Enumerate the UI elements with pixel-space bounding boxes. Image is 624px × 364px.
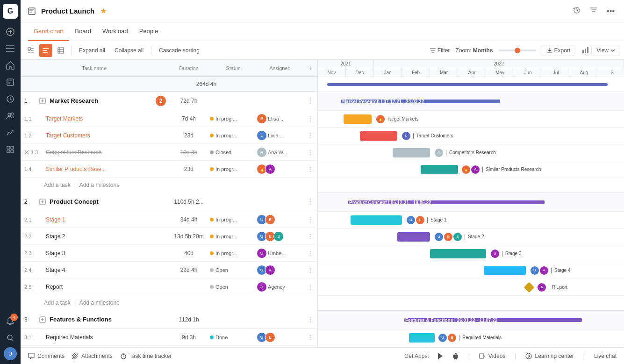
gantt-bar-2-2 [397, 232, 430, 242]
task-name-1-1[interactable]: Target Markets [46, 115, 168, 122]
table-view-button[interactable] [54, 44, 67, 57]
gantt-bar-1-1 [344, 114, 372, 124]
add-milestone-link-1[interactable]: Add a milestone [79, 182, 120, 188]
task-menu-1-1[interactable]: ⋮ [303, 115, 317, 122]
task-duration-1-3: 19d 3h [168, 149, 210, 156]
task-menu-1-2[interactable]: ⋮ [303, 132, 317, 139]
task-status-2-5: Open [210, 284, 257, 290]
task-assigned-1-4: 🔥 A [257, 164, 303, 174]
task-name-2-2[interactable]: Stage 2 [46, 233, 168, 240]
app-logo[interactable]: G [3, 4, 18, 19]
export-button[interactable]: Export [542, 45, 576, 56]
task-menu-1-3[interactable]: ⋮ [303, 149, 317, 156]
task-name-2-5[interactable]: Report [46, 284, 168, 290]
learning-center-button[interactable]: Learning center [525, 353, 574, 359]
tab-gantt[interactable]: Gantt chart [28, 22, 69, 41]
attachments-button[interactable]: Attachments [72, 353, 113, 359]
more-options-button[interactable]: ••• [605, 5, 617, 17]
expand-all-button[interactable]: Expand all [75, 45, 109, 56]
sidebar-item-apps[interactable] [3, 142, 18, 157]
play-store-button[interactable] [437, 352, 444, 360]
task-num-1-2: 1.2 [24, 133, 38, 138]
view-button[interactable]: View [591, 45, 620, 56]
task-time-tracker-button[interactable]: Task time tracker [120, 353, 172, 359]
svg-marker-21 [438, 353, 443, 359]
sidebar-item-notifications[interactable]: 4 [3, 314, 18, 328]
sidebar-item-people[interactable] [3, 108, 18, 123]
user-avatar[interactable]: U [4, 347, 17, 360]
gantt-chart-area[interactable]: 2021 2022 Nov Dec Jan Feb Mar Apr May Ju… [318, 60, 624, 347]
history-button[interactable] [571, 5, 582, 18]
add-column-button[interactable]: + [303, 64, 317, 72]
filter-button[interactable]: Filter [426, 45, 454, 56]
task-name-2-1[interactable]: Stage 1 [46, 216, 168, 223]
collapse-all-button[interactable]: Collapse all [111, 45, 147, 56]
sidebar-item-tasks[interactable] [3, 75, 18, 90]
svg-rect-15 [585, 49, 586, 53]
group-menu-2[interactable]: ⋮ [303, 199, 317, 205]
sidebar-item-search[interactable] [3, 330, 18, 345]
task-menu-2-2[interactable]: ⋮ [303, 233, 317, 240]
filter-settings-button[interactable] [588, 5, 599, 18]
videos-button[interactable]: Videos [479, 353, 505, 359]
zoom-slider[interactable] [499, 50, 536, 51]
group-collapse-icon-1[interactable] [38, 97, 47, 105]
group-row-1: 1 Market Research 2 72d 7h ⋮ [21, 92, 317, 110]
gantt-view-button[interactable] [39, 44, 52, 57]
status-dot-2-2 [210, 235, 214, 238]
comments-button[interactable]: Comments [28, 353, 65, 359]
apple-store-button[interactable] [452, 352, 459, 360]
add-task-row-1: Add a task | Add a milestone [21, 178, 317, 193]
month-dec: Dec [346, 68, 374, 77]
gantt-label-1-4: 🔥 A │ Similar Products Research [462, 165, 541, 174]
live-chat-button[interactable]: Live chat [594, 353, 617, 359]
gantt-milestone-2-5 [524, 282, 535, 293]
task-menu-2-5[interactable]: ⋮ [303, 284, 317, 290]
svg-rect-6 [11, 146, 14, 149]
task-status-1-1: In progr... [210, 116, 257, 121]
group-menu-3[interactable]: ⋮ [303, 316, 317, 323]
group-menu-1[interactable]: ⋮ [303, 98, 317, 104]
tab-board[interactable]: Board [69, 22, 97, 41]
cascade-sorting-button[interactable]: Cascade sorting [155, 45, 203, 56]
column-headers: Task name Duration Status Assigned + [21, 60, 317, 77]
tab-people[interactable]: People [134, 22, 164, 41]
status-dot-2-1 [210, 218, 214, 221]
task-num-2-3: 2.3 [24, 250, 38, 256]
sidebar-item-menu[interactable] [3, 41, 18, 56]
task-name-1-2[interactable]: Target Customers [46, 132, 168, 139]
list-view-button[interactable] [24, 44, 37, 57]
task-menu-2-4[interactable]: ⋮ [303, 267, 317, 273]
star-icon[interactable]: ★ [100, 7, 107, 15]
header: Product Launch ★ ••• [21, 0, 624, 22]
group-name-1: Market Research [50, 97, 154, 104]
avatar-3-1b: E [265, 332, 275, 343]
task-menu-3-1[interactable]: ⋮ [303, 334, 317, 341]
task-name-1-4[interactable]: Similar Products Rese... [46, 166, 168, 172]
sidebar-item-home[interactable] [3, 58, 18, 73]
add-task-link-1[interactable]: Add a task [44, 182, 71, 188]
sidebar-item-add[interactable] [3, 24, 18, 39]
gantt-label-2-3: U │ Stage 3 [491, 250, 522, 258]
task-row-1-3: 1.3 Competitors Research 19d 3h Closed A… [21, 144, 317, 161]
tab-workload[interactable]: Workload [97, 22, 134, 41]
task-scroll-area[interactable]: 1 Market Research 2 72d 7h ⋮ 1.1 [21, 92, 317, 347]
task-name-1-3[interactable]: Competitors Research [46, 149, 168, 156]
task-name-3-1[interactable]: Required Materials [46, 334, 168, 341]
col-header-status: Status [210, 65, 257, 71]
sidebar-item-analytics[interactable] [3, 125, 18, 140]
group-collapse-icon-2[interactable] [38, 198, 47, 206]
task-name-2-4[interactable]: Stage 4 [46, 267, 168, 273]
task-menu-2-3[interactable]: ⋮ [303, 250, 317, 257]
avatar-2-4b: A [265, 265, 275, 275]
task-menu-2-1[interactable]: ⋮ [303, 216, 317, 223]
task-menu-1-4[interactable]: ⋮ [303, 166, 317, 172]
group-bubble-1: 2 [156, 96, 166, 106]
add-milestone-link-2[interactable]: Add a milestone [79, 300, 120, 306]
group-name-2: Product Concept [50, 198, 168, 205]
sidebar-item-clock[interactable] [3, 92, 18, 107]
task-name-2-3[interactable]: Stage 3 [46, 250, 168, 257]
group-collapse-icon-3[interactable] [38, 315, 47, 324]
add-task-link-2[interactable]: Add a task [44, 300, 71, 306]
task-list: Task name Duration Status Assigned + 264… [21, 60, 318, 347]
